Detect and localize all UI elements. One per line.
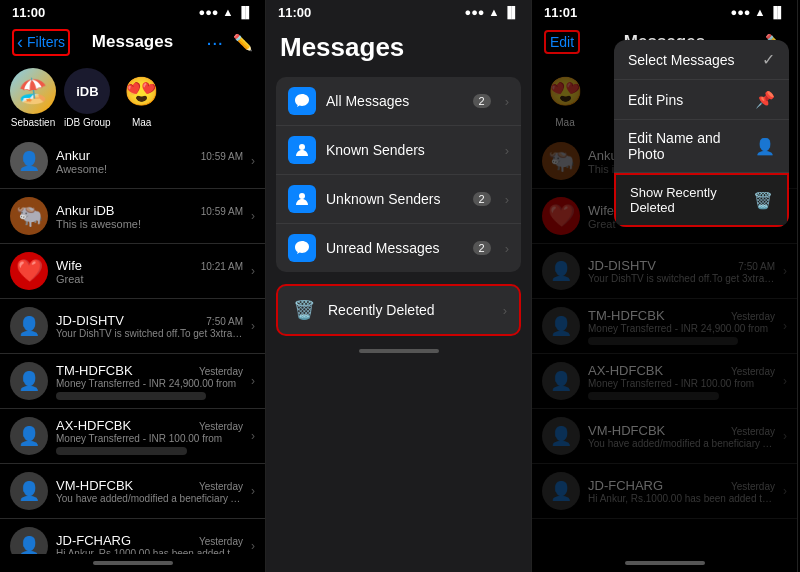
msg-name-jdfcharg: JD-FCHARG: [56, 533, 131, 548]
edit-button[interactable]: Edit: [544, 30, 580, 54]
avatar-maa: 😍: [119, 68, 165, 114]
msg-content-jdfcharg: JD-FCHARG Yesterday Hi Ankur, Rs.1000.00…: [56, 533, 243, 554]
back-button-1[interactable]: ‹ Filters: [12, 29, 70, 56]
msg-time-dishtv: 7:50 AM: [206, 316, 243, 327]
msg-content-tm: TM-HDFCBK Yesterday Money Transferred - …: [56, 363, 243, 400]
msg-content-ankuridb: Ankur iDB 10:59 AM This is awesome!: [56, 203, 243, 230]
msg-avatar-ankur: 👤: [10, 142, 48, 180]
menu-item-all-messages[interactable]: All Messages 2 ›: [276, 77, 521, 126]
blurred-ax: [56, 447, 187, 455]
compose-icon[interactable]: ✏️: [233, 33, 253, 52]
chevron-icon-ankuridb: ›: [251, 209, 255, 223]
msg-preview-ankur: Awesome!: [56, 163, 243, 175]
panel-2: 11:00 ●●● ▲ ▐▌ Messages All Messages 2 ›: [266, 0, 532, 572]
battery-icon-2: ▐▌: [503, 6, 519, 18]
msg-preview-ankuridb: This is awesome!: [56, 218, 243, 230]
panel-1: 11:00 ●●● ▲ ▐▌ ‹ Filters Messages ··· ✏️…: [0, 0, 266, 572]
msg3-preview-ax: Money Transferred - INR 100.00 from: [588, 378, 775, 389]
unknown-senders-label: Unknown Senders: [326, 191, 463, 207]
avatar-idb: iDB: [64, 68, 110, 114]
menu-item-known-senders[interactable]: Known Senders ›: [276, 126, 521, 175]
edit-dropdown: Select Messages ✓ Edit Pins 📌 Edit Name …: [614, 40, 789, 227]
msg-name-ankur: Ankur: [56, 148, 90, 163]
chevron3-ax: ›: [783, 374, 787, 388]
msg-ankuridb[interactable]: 🐃 Ankur iDB 10:59 AM This is awesome! ›: [0, 189, 265, 244]
unknown-senders-icon: [288, 185, 316, 213]
avatar-maa-3: 😍: [542, 68, 588, 114]
msg3-content-jdfcharg: JD-FCHARG Yesterday Hi Ankur, Rs.1000.00…: [588, 478, 775, 504]
chevron-icon-vm: ›: [251, 484, 255, 498]
avatar-sebastien: 🏖️: [10, 68, 56, 114]
recently-deleted-item[interactable]: 🗑️ Recently Deleted ›: [276, 284, 521, 336]
svg-point-1: [299, 193, 305, 199]
show-recently-deleted-label: Show RecentlyDeleted: [630, 185, 717, 215]
select-messages-icon: ✓: [762, 50, 775, 69]
msg3-content-vm: VM-HDFCBK Yesterday You have added/modif…: [588, 423, 775, 449]
msg-wife[interactable]: ❤️ Wife 10:21 AM Great ›: [0, 244, 265, 299]
show-recently-deleted-icon: 🗑️: [753, 191, 773, 210]
menu-item-unknown-senders[interactable]: Unknown Senders 2 ›: [276, 175, 521, 224]
known-senders-label: Known Senders: [326, 142, 495, 158]
signal-icon-3: ●●●: [731, 6, 751, 18]
nav-title-1: Messages: [92, 32, 173, 52]
msg3-avatar-wife: ❤️: [542, 197, 580, 235]
story-maa-3: 😍 Maa: [542, 68, 588, 128]
msg-avatar-wife: ❤️: [10, 252, 48, 290]
story-name-maa-3: Maa: [555, 117, 574, 128]
msg-preview-ax: Money Transferred - INR 100.00 from: [56, 433, 243, 444]
msg3-jdfcharg: 👤 JD-FCHARG Yesterday Hi Ankur, Rs.1000.…: [532, 464, 797, 519]
msg-preview-vm: You have added/modified a beneficiary An…: [56, 493, 243, 504]
dropdown-show-recently-deleted[interactable]: Show RecentlyDeleted 🗑️: [614, 173, 789, 227]
msg-time-wife: 10:21 AM: [201, 261, 243, 272]
msg-tm-hdfcbk[interactable]: 👤 TM-HDFCBK Yesterday Money Transferred …: [0, 354, 265, 409]
unread-messages-badge: 2: [473, 241, 491, 255]
dropdown-select-messages[interactable]: Select Messages ✓: [614, 40, 789, 80]
msg-dishtv[interactable]: 👤 JD-DISHTV 7:50 AM Your DishTV is switc…: [0, 299, 265, 354]
msg3-time-ax: Yesterday: [731, 366, 775, 377]
msg3-avatar-jdfcharg: 👤: [542, 472, 580, 510]
more-icon[interactable]: ···: [206, 31, 223, 54]
dropdown-edit-name-photo[interactable]: Edit Name and Photo 👤: [614, 120, 789, 173]
message-list-1: 👤 Ankur 10:59 AM Awesome! › 🐃 Ankur iDB …: [0, 134, 265, 554]
msg-ax-hdfcbk[interactable]: 👤 AX-HDFCBK Yesterday Money Transferred …: [0, 409, 265, 464]
msg-jd-fcharg[interactable]: 👤 JD-FCHARG Yesterday Hi Ankur, Rs.1000.…: [0, 519, 265, 554]
story-name-sebastien: Sebastien: [11, 117, 55, 128]
blurred3-tm: [588, 337, 738, 345]
status-bar-1: 11:00 ●●● ▲ ▐▌: [0, 0, 265, 22]
msg-content-ax: AX-HDFCBK Yesterday Money Transferred - …: [56, 418, 243, 455]
wifi-icon-2: ▲: [489, 6, 500, 18]
status-bar-3: 11:01 ●●● ▲ ▐▌: [532, 0, 797, 22]
recently-deleted-label: Recently Deleted: [328, 302, 493, 318]
msg3-content-dishtv: JD-DISHTV 7:50 AM Your DishTV is switche…: [588, 258, 775, 284]
story-sebastien[interactable]: 🏖️ Sebastien: [10, 68, 56, 128]
all-messages-icon: [288, 87, 316, 115]
story-idb[interactable]: iDB iDB Group: [64, 68, 111, 128]
chevron-icon-ax: ›: [251, 429, 255, 443]
unknown-senders-chevron: ›: [505, 192, 509, 207]
chevron-icon-jdfcharg: ›: [251, 539, 255, 553]
nav-actions-1: ··· ✏️: [206, 31, 253, 54]
msg3-avatar-ax: 👤: [542, 362, 580, 400]
menu-item-unread-messages[interactable]: Unread Messages 2 ›: [276, 224, 521, 272]
back-label: Filters: [27, 34, 65, 50]
msg-avatar-dishtv: 👤: [10, 307, 48, 345]
msg-name-tm: TM-HDFCBK: [56, 363, 133, 378]
stories-row-1: 🏖️ Sebastien iDB iDB Group 😍 Maa: [0, 62, 265, 134]
svg-point-0: [299, 144, 305, 150]
story-name-maa: Maa: [132, 117, 151, 128]
msg3-content-tm: TM-HDFCBK Yesterday Money Transferred - …: [588, 308, 775, 345]
unread-messages-icon: [288, 234, 316, 262]
msg-time-vm: Yesterday: [199, 481, 243, 492]
msg-name-ax: AX-HDFCBK: [56, 418, 131, 433]
home-indicator-3: [532, 554, 797, 572]
msg-ankur[interactable]: 👤 Ankur 10:59 AM Awesome! ›: [0, 134, 265, 189]
msg-time-jdfcharg: Yesterday: [199, 536, 243, 547]
msg-vm-hdfcbk[interactable]: 👤 VM-HDFCBK Yesterday You have added/mod…: [0, 464, 265, 519]
msg3-content-ax: AX-HDFCBK Yesterday Money Transferred - …: [588, 363, 775, 400]
menu-title: Messages: [266, 22, 531, 71]
msg3-time-tm: Yesterday: [731, 311, 775, 322]
story-maa[interactable]: 😍 Maa: [119, 68, 165, 128]
menu-section-main: All Messages 2 › Known Senders › Unknown…: [276, 77, 521, 272]
dropdown-edit-pins[interactable]: Edit Pins 📌: [614, 80, 789, 120]
msg-avatar-ax: 👤: [10, 417, 48, 455]
